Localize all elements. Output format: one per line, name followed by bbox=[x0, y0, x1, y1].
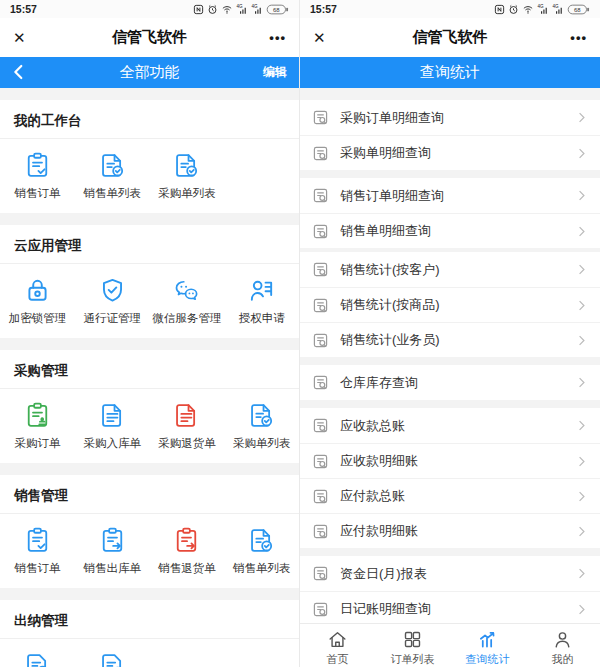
chevron-right-icon bbox=[575, 376, 588, 389]
alarm-icon bbox=[207, 4, 218, 15]
tile-label: 销售退货单 bbox=[158, 561, 216, 576]
query-row-payable-ledger[interactable]: 应付款总账 bbox=[300, 478, 600, 513]
app-tile-dongle-management[interactable]: 加密锁管理 bbox=[0, 277, 75, 326]
chevron-right-icon bbox=[575, 147, 588, 160]
chevron-right-icon bbox=[575, 299, 588, 312]
chevron-right-icon bbox=[575, 455, 588, 468]
grid-icon bbox=[402, 629, 423, 650]
bottom-tab-bar: 首页 订单列表 查询统计 我的 bbox=[300, 623, 600, 667]
tile-label: 销售订单 bbox=[14, 561, 60, 576]
app-tile-sales-list[interactable]: 销售单列表 bbox=[75, 152, 150, 201]
tile-label: 销售出库单 bbox=[83, 561, 141, 576]
section-cloud-app-management: 云应用管理 加密锁管理 通行证管理 微信服务管理 授权申请 bbox=[0, 225, 299, 338]
app-tile-purchase-return[interactable]: 采购退货单 bbox=[150, 402, 225, 451]
report-search-icon bbox=[312, 417, 329, 434]
report-search-icon bbox=[312, 109, 329, 126]
section-title: 云应用管理 bbox=[0, 225, 299, 264]
app-tile-wechat-service[interactable]: 微信服务管理 bbox=[150, 277, 225, 326]
group-gap bbox=[300, 357, 600, 365]
query-row-sales-order-detail[interactable]: 销售订单明细查询 bbox=[300, 178, 600, 213]
app-tile-purchase-list[interactable]: 采购单列表 bbox=[224, 402, 299, 451]
query-row-fund-daily-report[interactable]: 资金日(月)报表 bbox=[300, 556, 600, 591]
report-search-icon bbox=[312, 565, 329, 582]
query-row-sales-stats-product[interactable]: 销售统计(按商品) bbox=[300, 287, 600, 322]
section-title: 采购管理 bbox=[0, 350, 299, 389]
battery-icon: 68 bbox=[567, 4, 590, 15]
app-tile-sales-list[interactable]: 销售单列表 bbox=[224, 527, 299, 576]
svg-text:4G: 4G bbox=[252, 4, 259, 9]
query-row-sales-stats-customer[interactable]: 销售统计(按客户) bbox=[300, 252, 600, 287]
query-row-sales-detail[interactable]: 销售单明细查询 bbox=[300, 213, 600, 248]
chevron-right-icon bbox=[575, 419, 588, 432]
query-row-receivable-detail[interactable]: 应收款明细账 bbox=[300, 443, 600, 478]
app-tile-sales-order[interactable]: 销售订单 bbox=[0, 527, 75, 576]
tile-grid: 加密锁管理 通行证管理 微信服务管理 授权申请 bbox=[0, 264, 299, 326]
app-tile-cash-journal[interactable]: 现金日记账 bbox=[0, 652, 75, 667]
clock: 15:57 bbox=[310, 3, 337, 15]
edit-button[interactable]: 编辑 bbox=[263, 64, 287, 81]
report-search-icon bbox=[312, 261, 329, 278]
query-row-purchase-detail[interactable]: 采购单明细查询 bbox=[300, 135, 600, 170]
right-nav-bar: 查询统计 bbox=[300, 57, 600, 88]
app-tile-purchase-inbound[interactable]: 采购入库单 bbox=[75, 402, 150, 451]
tab-query-statistics[interactable]: 查询统计 bbox=[450, 629, 525, 667]
document-check-icon bbox=[248, 527, 275, 554]
app-tile-purchase-order[interactable]: 采购订单 bbox=[0, 402, 75, 451]
app-tile-bank-journal[interactable]: 银行日记账 bbox=[75, 652, 150, 667]
app-tile-sales-return[interactable]: 销售退货单 bbox=[150, 527, 225, 576]
more-menu-icon[interactable]: ••• bbox=[269, 30, 286, 45]
more-menu-icon[interactable]: ••• bbox=[570, 30, 587, 45]
section-my-workbench: 我的工作台 销售订单 销售单列表 采购单列表 bbox=[0, 100, 299, 213]
row-label: 应付款明细账 bbox=[340, 522, 575, 540]
row-label: 日记账明细查询 bbox=[340, 600, 575, 618]
signal-icon: 4G bbox=[537, 4, 549, 15]
shield-check-icon bbox=[99, 277, 126, 304]
report-search-icon bbox=[312, 374, 329, 391]
chevron-right-icon bbox=[575, 567, 588, 580]
tile-label: 销售订单 bbox=[14, 186, 60, 201]
query-row-purchase-order-detail[interactable]: 采购订单明细查询 bbox=[300, 100, 600, 135]
lock-icon bbox=[24, 277, 51, 304]
query-row-payable-detail[interactable]: 应付款明细账 bbox=[300, 513, 600, 548]
report-search-icon bbox=[312, 523, 329, 540]
person-document-icon bbox=[248, 277, 275, 304]
report-search-icon bbox=[312, 145, 329, 162]
close-icon[interactable]: ✕ bbox=[13, 29, 26, 47]
app-tile-purchase-list[interactable]: 采购单列表 bbox=[150, 152, 225, 201]
query-row-journal-detail[interactable]: 日记账明细查询 bbox=[300, 591, 600, 626]
tile-grid: 销售订单 销售单列表 采购单列表 bbox=[0, 139, 299, 201]
query-row-sales-stats-salesman[interactable]: 销售统计(业务员) bbox=[300, 322, 600, 357]
section-purchase-management: 采购管理 采购订单 采购入库单 采购退货单 采购单列表 bbox=[0, 350, 299, 463]
back-icon[interactable] bbox=[8, 61, 30, 87]
row-label: 仓库库存查询 bbox=[340, 374, 575, 392]
query-row-warehouse-inventory[interactable]: 仓库库存查询 bbox=[300, 365, 600, 400]
app-tile-passport-management[interactable]: 通行证管理 bbox=[75, 277, 150, 326]
tab-mine[interactable]: 我的 bbox=[525, 629, 600, 667]
tab-home[interactable]: 首页 bbox=[300, 629, 375, 667]
app-tile-authorization-request[interactable]: 授权申请 bbox=[224, 277, 299, 326]
app-tile-sales-outbound[interactable]: 销售出库单 bbox=[75, 527, 150, 576]
app-tile-sales-order[interactable]: 销售订单 bbox=[0, 152, 75, 201]
document-lines-icon bbox=[99, 402, 126, 429]
tile-label: 通行证管理 bbox=[83, 311, 141, 326]
row-label: 应付款总账 bbox=[340, 487, 575, 505]
tile-label: 采购订单 bbox=[14, 436, 60, 451]
chevron-right-icon bbox=[575, 225, 588, 238]
row-label: 销售统计(按客户) bbox=[340, 261, 575, 279]
page-title: 全部功能 bbox=[120, 63, 180, 82]
status-bar: 15:57 4G 4G 68 bbox=[0, 0, 299, 18]
app-title: 信管飞软件 bbox=[0, 28, 299, 47]
tile-label: 加密锁管理 bbox=[9, 311, 67, 326]
home-icon bbox=[327, 629, 348, 650]
group-gap bbox=[300, 548, 600, 556]
section-title: 出纳管理 bbox=[0, 600, 299, 639]
tab-order-list[interactable]: 订单列表 bbox=[375, 629, 450, 667]
row-label: 销售订单明细查询 bbox=[340, 187, 575, 205]
page-title: 查询统计 bbox=[420, 63, 480, 82]
clipboard-arrow-icon bbox=[173, 527, 200, 554]
report-search-icon bbox=[312, 297, 329, 314]
battery-icon: 68 bbox=[266, 4, 289, 15]
close-icon[interactable]: ✕ bbox=[313, 29, 326, 47]
status-bar: 15:57 4G 4G 68 bbox=[300, 0, 600, 18]
query-row-receivable-ledger[interactable]: 应收款总账 bbox=[300, 408, 600, 443]
